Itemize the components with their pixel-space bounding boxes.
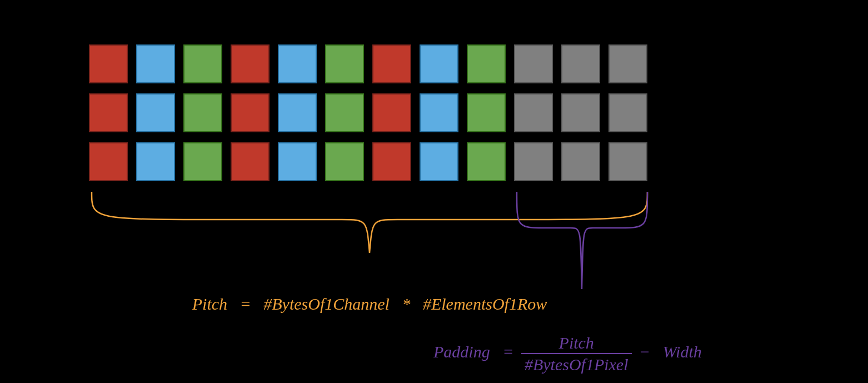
channel-green [467,142,506,181]
channel-red [372,142,411,181]
padding-cell [514,44,553,83]
padding-eq: = [502,342,513,361]
channel-blue [420,44,458,83]
channel-red [231,93,270,132]
padding-cell [561,93,600,132]
padding-lhs: Padding [433,342,490,361]
padding-minus: − [639,342,650,361]
channel-green [183,93,222,132]
padding-cell [608,142,647,181]
padding-cell [514,93,553,132]
grid-row [89,93,647,132]
diagram-canvas: Pitch = #BytesOf1Channel * #ElementsOf1R… [0,0,868,383]
padding-cell [608,44,647,83]
padding-fraction: Pitch #BytesOf1Pixel [521,334,632,374]
channel-blue [420,142,458,181]
pitch-rhs-a: #BytesOf1Channel [263,295,390,313]
channel-green [325,44,364,83]
channel-blue [136,142,175,181]
channel-red [372,93,411,132]
channel-blue [136,44,175,83]
channel-blue [136,93,175,132]
padding-cell [561,44,600,83]
channel-green [325,142,364,181]
padding-tail: Width [663,342,702,361]
grid-row [89,44,647,83]
channel-red [89,93,128,132]
channel-blue [278,93,317,132]
channel-green [183,142,222,181]
pitch-eq: = [240,295,251,313]
channel-green [325,93,364,132]
channel-red [231,142,270,181]
memory-grid [89,44,647,181]
channel-red [89,142,128,181]
padding-cell [608,93,647,132]
channel-blue [278,44,317,83]
pitch-rhs-b: #ElementsOf1Row [423,295,547,313]
channel-red [372,44,411,83]
padding-cell [514,142,553,181]
grid-row [89,142,647,181]
channel-green [183,44,222,83]
channel-green [467,44,506,83]
padding-formula: Padding = Pitch #BytesOf1Pixel − Width [433,334,702,374]
channel-green [467,93,506,132]
pitch-formula: Pitch = #BytesOf1Channel * #ElementsOf1R… [89,295,650,314]
padding-num: Pitch [556,334,597,353]
pitch-lhs: Pitch [192,295,227,313]
channel-blue [278,142,317,181]
pitch-op: * [402,295,410,313]
padding-den: #BytesOf1Pixel [521,353,632,374]
padding-cell [561,142,600,181]
padding-brace [514,189,650,295]
channel-red [231,44,270,83]
channel-red [89,44,128,83]
channel-blue [420,93,458,132]
